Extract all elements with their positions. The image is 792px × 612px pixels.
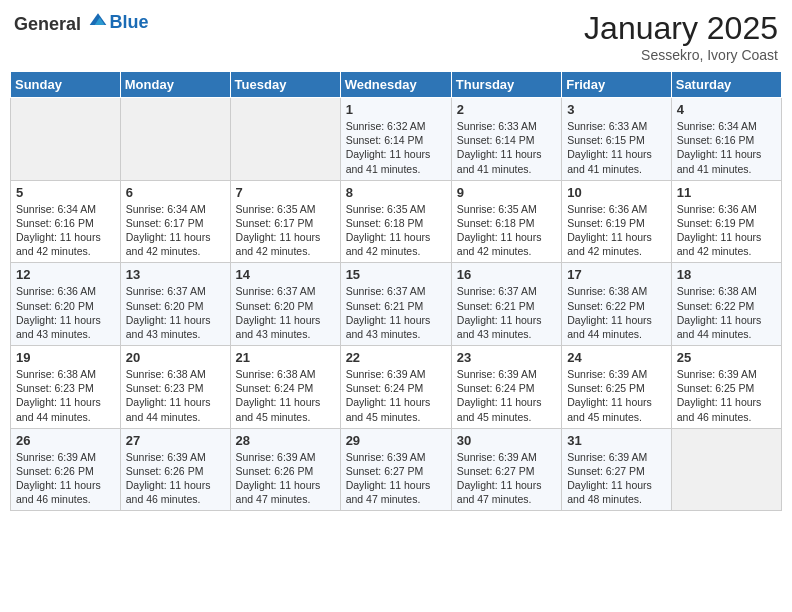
calendar-week-row: 12Sunrise: 6:36 AM Sunset: 6:20 PM Dayli… (11, 263, 782, 346)
calendar-cell: 23Sunrise: 6:39 AM Sunset: 6:24 PM Dayli… (451, 346, 561, 429)
calendar-cell: 21Sunrise: 6:38 AM Sunset: 6:24 PM Dayli… (230, 346, 340, 429)
day-info: Sunrise: 6:36 AM Sunset: 6:19 PM Dayligh… (567, 202, 666, 259)
calendar-week-row: 1Sunrise: 6:32 AM Sunset: 6:14 PM Daylig… (11, 98, 782, 181)
weekday-header-wednesday: Wednesday (340, 72, 451, 98)
day-number: 2 (457, 102, 556, 117)
day-number: 14 (236, 267, 335, 282)
month-title: January 2025 (584, 10, 778, 47)
day-number: 1 (346, 102, 446, 117)
day-info: Sunrise: 6:38 AM Sunset: 6:23 PM Dayligh… (16, 367, 115, 424)
weekday-header-saturday: Saturday (671, 72, 781, 98)
calendar-cell: 30Sunrise: 6:39 AM Sunset: 6:27 PM Dayli… (451, 428, 561, 511)
day-info: Sunrise: 6:36 AM Sunset: 6:19 PM Dayligh… (677, 202, 776, 259)
day-info: Sunrise: 6:34 AM Sunset: 6:17 PM Dayligh… (126, 202, 225, 259)
day-info: Sunrise: 6:39 AM Sunset: 6:25 PM Dayligh… (677, 367, 776, 424)
calendar-cell: 6Sunrise: 6:34 AM Sunset: 6:17 PM Daylig… (120, 180, 230, 263)
calendar-cell: 22Sunrise: 6:39 AM Sunset: 6:24 PM Dayli… (340, 346, 451, 429)
day-number: 5 (16, 185, 115, 200)
day-number: 27 (126, 433, 225, 448)
calendar-cell: 4Sunrise: 6:34 AM Sunset: 6:16 PM Daylig… (671, 98, 781, 181)
calendar-cell: 10Sunrise: 6:36 AM Sunset: 6:19 PM Dayli… (562, 180, 672, 263)
day-info: Sunrise: 6:34 AM Sunset: 6:16 PM Dayligh… (677, 119, 776, 176)
day-info: Sunrise: 6:39 AM Sunset: 6:26 PM Dayligh… (236, 450, 335, 507)
calendar-cell: 1Sunrise: 6:32 AM Sunset: 6:14 PM Daylig… (340, 98, 451, 181)
page-header: General Blue January 2025 Sessekro, Ivor… (10, 10, 782, 63)
calendar-cell: 8Sunrise: 6:35 AM Sunset: 6:18 PM Daylig… (340, 180, 451, 263)
logo-icon (88, 10, 108, 30)
calendar-cell (11, 98, 121, 181)
day-number: 4 (677, 102, 776, 117)
logo: General Blue (14, 10, 149, 35)
day-number: 30 (457, 433, 556, 448)
day-info: Sunrise: 6:36 AM Sunset: 6:20 PM Dayligh… (16, 284, 115, 341)
day-info: Sunrise: 6:37 AM Sunset: 6:20 PM Dayligh… (236, 284, 335, 341)
weekday-header-thursday: Thursday (451, 72, 561, 98)
day-info: Sunrise: 6:39 AM Sunset: 6:27 PM Dayligh… (346, 450, 446, 507)
day-number: 6 (126, 185, 225, 200)
calendar-cell: 9Sunrise: 6:35 AM Sunset: 6:18 PM Daylig… (451, 180, 561, 263)
day-number: 3 (567, 102, 666, 117)
day-info: Sunrise: 6:39 AM Sunset: 6:24 PM Dayligh… (346, 367, 446, 424)
day-number: 15 (346, 267, 446, 282)
calendar-cell: 18Sunrise: 6:38 AM Sunset: 6:22 PM Dayli… (671, 263, 781, 346)
day-info: Sunrise: 6:39 AM Sunset: 6:26 PM Dayligh… (126, 450, 225, 507)
day-info: Sunrise: 6:39 AM Sunset: 6:25 PM Dayligh… (567, 367, 666, 424)
day-info: Sunrise: 6:35 AM Sunset: 6:17 PM Dayligh… (236, 202, 335, 259)
day-number: 9 (457, 185, 556, 200)
calendar-cell: 2Sunrise: 6:33 AM Sunset: 6:14 PM Daylig… (451, 98, 561, 181)
day-info: Sunrise: 6:37 AM Sunset: 6:20 PM Dayligh… (126, 284, 225, 341)
calendar-cell: 20Sunrise: 6:38 AM Sunset: 6:23 PM Dayli… (120, 346, 230, 429)
weekday-header-tuesday: Tuesday (230, 72, 340, 98)
weekday-header-sunday: Sunday (11, 72, 121, 98)
calendar-cell: 26Sunrise: 6:39 AM Sunset: 6:26 PM Dayli… (11, 428, 121, 511)
logo-text-general: General (14, 14, 81, 34)
weekday-header-friday: Friday (562, 72, 672, 98)
day-number: 21 (236, 350, 335, 365)
calendar-cell (671, 428, 781, 511)
calendar-cell: 16Sunrise: 6:37 AM Sunset: 6:21 PM Dayli… (451, 263, 561, 346)
calendar-cell: 12Sunrise: 6:36 AM Sunset: 6:20 PM Dayli… (11, 263, 121, 346)
day-info: Sunrise: 6:39 AM Sunset: 6:27 PM Dayligh… (567, 450, 666, 507)
calendar-cell: 13Sunrise: 6:37 AM Sunset: 6:20 PM Dayli… (120, 263, 230, 346)
calendar-table: SundayMondayTuesdayWednesdayThursdayFrid… (10, 71, 782, 511)
day-number: 10 (567, 185, 666, 200)
day-info: Sunrise: 6:37 AM Sunset: 6:21 PM Dayligh… (346, 284, 446, 341)
day-number: 28 (236, 433, 335, 448)
day-info: Sunrise: 6:38 AM Sunset: 6:22 PM Dayligh… (677, 284, 776, 341)
day-number: 12 (16, 267, 115, 282)
calendar-cell: 17Sunrise: 6:38 AM Sunset: 6:22 PM Dayli… (562, 263, 672, 346)
day-number: 17 (567, 267, 666, 282)
calendar-cell (230, 98, 340, 181)
day-info: Sunrise: 6:37 AM Sunset: 6:21 PM Dayligh… (457, 284, 556, 341)
calendar-cell: 5Sunrise: 6:34 AM Sunset: 6:16 PM Daylig… (11, 180, 121, 263)
day-number: 29 (346, 433, 446, 448)
day-number: 8 (346, 185, 446, 200)
day-number: 16 (457, 267, 556, 282)
day-number: 23 (457, 350, 556, 365)
day-info: Sunrise: 6:39 AM Sunset: 6:26 PM Dayligh… (16, 450, 115, 507)
weekday-header-monday: Monday (120, 72, 230, 98)
calendar-week-row: 26Sunrise: 6:39 AM Sunset: 6:26 PM Dayli… (11, 428, 782, 511)
day-info: Sunrise: 6:34 AM Sunset: 6:16 PM Dayligh… (16, 202, 115, 259)
calendar-cell: 31Sunrise: 6:39 AM Sunset: 6:27 PM Dayli… (562, 428, 672, 511)
weekday-header-row: SundayMondayTuesdayWednesdayThursdayFrid… (11, 72, 782, 98)
calendar-cell: 11Sunrise: 6:36 AM Sunset: 6:19 PM Dayli… (671, 180, 781, 263)
calendar-cell: 7Sunrise: 6:35 AM Sunset: 6:17 PM Daylig… (230, 180, 340, 263)
calendar-cell: 19Sunrise: 6:38 AM Sunset: 6:23 PM Dayli… (11, 346, 121, 429)
day-info: Sunrise: 6:38 AM Sunset: 6:22 PM Dayligh… (567, 284, 666, 341)
day-info: Sunrise: 6:33 AM Sunset: 6:14 PM Dayligh… (457, 119, 556, 176)
day-info: Sunrise: 6:35 AM Sunset: 6:18 PM Dayligh… (346, 202, 446, 259)
day-number: 20 (126, 350, 225, 365)
location-subtitle: Sessekro, Ivory Coast (584, 47, 778, 63)
calendar-cell: 3Sunrise: 6:33 AM Sunset: 6:15 PM Daylig… (562, 98, 672, 181)
calendar-cell: 27Sunrise: 6:39 AM Sunset: 6:26 PM Dayli… (120, 428, 230, 511)
calendar-week-row: 19Sunrise: 6:38 AM Sunset: 6:23 PM Dayli… (11, 346, 782, 429)
day-number: 18 (677, 267, 776, 282)
day-number: 13 (126, 267, 225, 282)
day-info: Sunrise: 6:39 AM Sunset: 6:24 PM Dayligh… (457, 367, 556, 424)
day-number: 25 (677, 350, 776, 365)
day-number: 31 (567, 433, 666, 448)
day-number: 19 (16, 350, 115, 365)
calendar-cell: 24Sunrise: 6:39 AM Sunset: 6:25 PM Dayli… (562, 346, 672, 429)
day-number: 22 (346, 350, 446, 365)
